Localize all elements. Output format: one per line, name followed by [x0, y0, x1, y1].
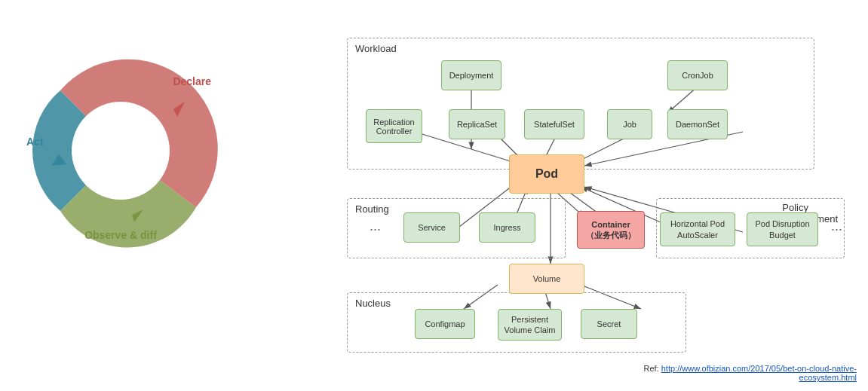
replicaset-box: ReplicaSet [449, 109, 505, 139]
daemonset-box: DaemonSet [667, 109, 728, 139]
declare-label: Declare [173, 75, 211, 87]
hpa-box: Horizontal Pod AutoScaler [660, 212, 735, 246]
statefulset-box: StatefulSet [524, 109, 584, 139]
job-box: Job [607, 109, 652, 139]
service-box: Service [403, 212, 460, 243]
secret-box: Secret [581, 309, 637, 339]
cronjob-box: CronJob [667, 60, 728, 90]
svg-point-0 [72, 102, 170, 200]
deployment-box: Deployment [441, 60, 501, 90]
policy-dots-right: ... [831, 218, 842, 234]
pvc-box: Persistent Volume Claim [498, 309, 562, 341]
ingress-box: Ingress [479, 212, 535, 243]
ref-text: Ref: [644, 364, 661, 373]
ref-link[interactable]: http://www.ofbizian.com/2017/05/bet-on-c… [661, 364, 857, 382]
nucleus-label: Nucleus [355, 298, 391, 309]
reference: Ref: http://www.ofbizian.com/2017/05/bet… [644, 364, 857, 382]
pod-box: Pod [509, 154, 584, 194]
pdb-box: Pod Disruption Budget [747, 212, 818, 246]
replication-controller-box: Replication Controller [366, 109, 422, 143]
routing-label: Routing [355, 203, 389, 215]
workload-section: Workload [347, 38, 814, 170]
routing-dots-left: ... [370, 218, 381, 234]
cycle-diagram: Declare Act Observe & diff [15, 45, 226, 316]
observe-label: Observe & diff [84, 229, 157, 241]
act-label: Act [26, 136, 44, 148]
workload-label: Workload [355, 43, 397, 54]
container-box: Container （业务代码） [577, 211, 645, 249]
volume-box: Volume [509, 264, 584, 294]
configmap-box: Configmap [415, 309, 475, 339]
architecture-diagram: Workload Routing Policy Enforcement Nucl… [324, 15, 860, 377]
